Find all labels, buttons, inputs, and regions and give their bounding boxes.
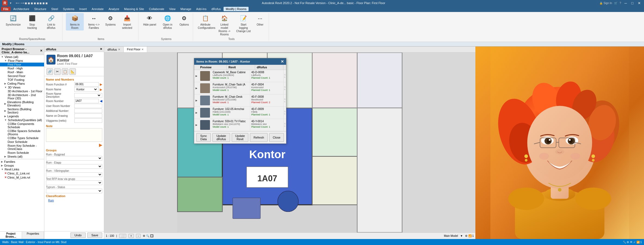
item-3-expand[interactable]: ▶ — [194, 94, 199, 106]
tree-legends[interactable]: ▶ Legends — [0, 114, 44, 118]
tree-cobie-types[interactable]: COBie Types Schedule — [0, 136, 44, 140]
update-drofus-btn[interactable]: Update dRofus — [212, 133, 230, 142]
group-etapp-select[interactable] — [46, 164, 102, 169]
room-name-select[interactable]: Kontor — [75, 88, 98, 91]
vaggarea-value[interactable] — [74, 118, 102, 123]
room-name-value[interactable]: Kontor — [74, 87, 99, 92]
attribute-config-btn[interactable]: 📋 Attribute Configurations — [196, 13, 214, 30]
tree-3d-arch-2[interactable]: 3D Architecture - 2nd Floor (3D) — [0, 93, 44, 100]
import-selected-btn[interactable]: 📥 Import selected — [118, 13, 136, 30]
tree-floor-plans[interactable]: ▼ Floor Plans — [0, 59, 44, 63]
systems-btn[interactable]: ⚙ Systems — [104, 13, 117, 27]
tree-tof-footing[interactable]: TOF Footing — [0, 78, 44, 82]
room-copy-btn[interactable]: 📋 — [62, 68, 68, 75]
refresh-btn[interactable]: Refresh — [250, 133, 268, 142]
floor-plan-area[interactable]: Kontor 1A07 — [104, 53, 475, 239]
tab-first-floor[interactable]: First Floor ✕ — [124, 47, 147, 52]
name-drawing-value[interactable] — [74, 114, 102, 118]
menu-annotate[interactable]: Annotate — [89, 7, 106, 11]
tree-families[interactable]: ▶ Families — [0, 160, 44, 164]
room-name-desc-select[interactable] — [75, 94, 101, 97]
tree-3d-views[interactable]: ▼ 3D Views — [0, 85, 44, 89]
note-arrow[interactable]: ▶ — [99, 143, 102, 147]
item-4-expand[interactable]: ▶ — [194, 107, 199, 119]
close-dialog-btn[interactable]: Close — [269, 133, 284, 142]
start-logging-btn[interactable]: 📝 Start logging Change List — [234, 13, 252, 34]
tab-drofus[interactable]: dRofus ✕ — [104, 47, 124, 52]
tree-room-key-schedule[interactable]: Room Key Schedule - OmniClass — [0, 144, 44, 151]
menu-structure[interactable]: Structure — [32, 7, 49, 11]
tree-first-floor[interactable]: First Floor — [0, 63, 44, 66]
sync-data-btn[interactable]: Sync Data — [196, 133, 211, 142]
tree-clinic-m-link[interactable]: ✕ Clinic_M_Link.rvt — [0, 175, 44, 179]
tree-room-schedule[interactable]: Room Schedule — [0, 151, 44, 155]
zoom-fit-btn[interactable]: ⬜ — [119, 234, 126, 238]
update-revit-btn[interactable]: Update Revit — [232, 133, 248, 142]
items-families-btn[interactable]: ↔ Items <-> Families — [85, 13, 103, 30]
tree-ceiling-plans[interactable]: ▶ Ceiling Plans — [0, 82, 44, 85]
item-1-expand[interactable]: ▶ — [194, 70, 199, 82]
tree-second-floor[interactable]: Second Floor — [0, 74, 44, 78]
group-vaningsplan-select[interactable] — [46, 172, 102, 177]
stop-tracking-btn[interactable]: ⬛ Stop tracking — [23, 13, 41, 30]
note-content[interactable] — [46, 128, 102, 142]
menu-systems[interactable]: Systems — [61, 7, 76, 11]
properties-tab[interactable]: Properties — [22, 232, 44, 239]
tab-first-floor-close[interactable]: ✕ — [141, 48, 144, 51]
room-measure-btn[interactable]: 📐 — [69, 68, 76, 75]
tree-roof-high[interactable]: Roof - High — [0, 66, 44, 70]
menu-insert[interactable]: Insert — [77, 7, 89, 11]
menu-addins[interactable]: Add-Ins — [194, 7, 209, 11]
other-btn[interactable]: ··· Other — [253, 13, 267, 27]
drofus-panel-header[interactable]: dRofus ✕ — [44, 47, 104, 52]
menu-drofus[interactable]: dRofus — [209, 7, 223, 11]
group-byggnad-select[interactable] — [46, 156, 102, 161]
room-name-arrow[interactable]: ▶ — [100, 88, 102, 91]
tree-sheets[interactable]: ▶ Sheets (all) — [0, 155, 44, 158]
menu-collaborate[interactable]: Collaborate — [147, 7, 166, 11]
user-room-number-value[interactable] — [74, 104, 102, 108]
tree-groups[interactable]: ▶ Groups — [0, 164, 44, 167]
menu-architecture[interactable]: Architecture — [11, 7, 32, 11]
room-cut-btn[interactable]: ✂ — [54, 68, 61, 75]
items-in-room-btn[interactable]: 📦 Items in Room — [66, 13, 84, 30]
tree-cobie-spaces[interactable]: COBie Spaces Schedule (Rooms — [0, 129, 44, 136]
group-typrum-select[interactable] — [46, 189, 102, 193]
close-btn[interactable]: ✕ — [637, 1, 642, 5]
zoom-out-btn[interactable]: - — [136, 234, 141, 238]
room-number-value[interactable]: 1A07 — [74, 99, 99, 103]
additional-number-value[interactable] — [74, 109, 102, 113]
undo-btn[interactable]: Undo — [70, 232, 86, 238]
tree-views-all[interactable]: ▼ Views (all) — [0, 55, 44, 59]
minimize-btn[interactable]: ─ — [623, 1, 628, 5]
save-btn[interactable]: Save — [87, 232, 102, 238]
tree-door-schedule[interactable]: Door Schedule — [0, 140, 44, 144]
tree-schedules[interactable]: ▼ Schedules/Quantities (all) — [0, 118, 44, 122]
project-browser-close[interactable]: ✕ — [40, 49, 42, 53]
menu-manage[interactable]: Manage — [178, 7, 194, 11]
tab-drofus-close[interactable]: ✕ — [118, 48, 120, 51]
group-rfp-select[interactable] — [46, 180, 102, 185]
room-name-desc-value[interactable] — [74, 93, 102, 98]
item-row-2[interactable]: ▶ Furniture: M_Chair-Task (A Kontorsstol… — [194, 82, 286, 94]
menu-modify-rooms[interactable]: Modify | Rooms — [224, 7, 249, 11]
room-function-arrow[interactable]: ▶ — [100, 82, 102, 86]
item-row-3[interactable]: ▶ Furniture: M_Chair-Desk Besöksstol (24… — [194, 94, 286, 107]
tree-3d-arch-1[interactable]: 3D Architecture - 1st Floor — [0, 89, 44, 93]
options-btn[interactable]: ⚙ Options — [178, 13, 191, 27]
synchronize-btn[interactable]: 🔄 Synchronize — [4, 13, 22, 27]
tree-elevations[interactable]: ▶ Elevations (Building Elevation) — [0, 100, 44, 107]
room-number-arrow[interactable]: ◀ — [100, 99, 102, 103]
room-function-value[interactable]: 09.001 — [74, 82, 99, 87]
file-menu[interactable]: File — [1, 7, 11, 11]
item-row-5[interactable]: ▶ Furniture: 559-01 TV Flatsc Bildskärm … — [194, 119, 286, 131]
item-row-4[interactable]: ▶ Furniture: 102-05 Armchai Fåtölj (2411… — [194, 107, 286, 119]
tree-cobie-components[interactable]: COBie Components Schedule — [0, 122, 44, 129]
hide-panel-btn[interactable]: 👁 Hide panel — [142, 13, 157, 27]
menu-view[interactable]: View — [167, 7, 178, 11]
project-browser-tab[interactable]: Project Brows... — [0, 232, 22, 239]
tree-sections[interactable]: ▶ Sections (Building Section) — [0, 107, 44, 114]
linked-model-btn[interactable]: 🏠 Linked model Rooms -> Rooms — [215, 13, 233, 37]
tree-clinic-e-link[interactable]: ✕ Clinic_E_Link.rvt — [0, 171, 44, 175]
menu-massing[interactable]: Massing & Site — [122, 7, 146, 11]
